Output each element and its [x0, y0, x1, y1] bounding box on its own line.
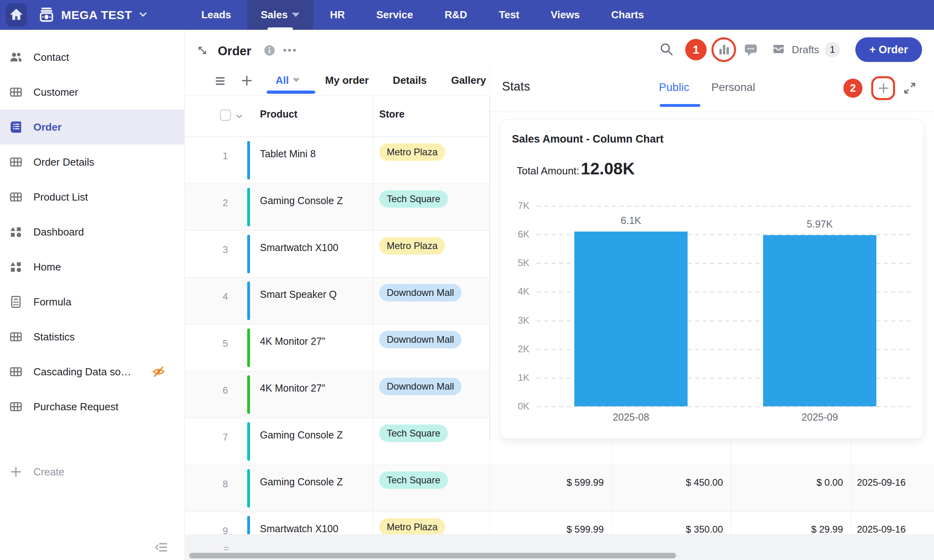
view-tab-label: Details [393, 74, 426, 87]
row-number-cell[interactable]: 5 [185, 324, 247, 371]
store-cell[interactable]: Metro Plaza [373, 137, 490, 183]
row-number-cell[interactable]: 6 [185, 371, 247, 418]
sidebar-item-contact[interactable]: Contact [0, 40, 185, 75]
row-number-cell[interactable]: 4 [185, 278, 247, 324]
row-number-cell[interactable]: 7 [185, 418, 247, 465]
table-icon [9, 365, 23, 378]
store-tag: Metro Plaza [379, 143, 445, 161]
row-number-cell[interactable]: 3 [185, 231, 247, 277]
view-tab-gallery[interactable]: Gallery [451, 68, 486, 93]
new-order-button[interactable]: + Order [855, 37, 922, 62]
store-cell[interactable]: Metro Plaza [373, 231, 490, 277]
view-list-icon[interactable] [214, 75, 227, 87]
drafts-count-badge: 1 [825, 42, 840, 57]
price-cell[interactable]: $ 599.99 [490, 465, 612, 512]
product-cell[interactable]: Gaming Console Z [247, 465, 373, 512]
row-number: 5 [185, 338, 247, 349]
sidebar-item-order-details[interactable]: Order Details [0, 145, 185, 180]
stats-panel-title: Stats [502, 79, 530, 94]
sidebar-item-product-list[interactable]: Product List [0, 180, 185, 214]
product-cell[interactable]: Gaming Console Z [247, 184, 373, 230]
top-tab-r-d[interactable]: R&D [431, 0, 481, 30]
header-product-column[interactable]: Product [247, 96, 373, 137]
row-number: 1 [185, 151, 247, 162]
row-number-cell[interactable]: 8 [185, 465, 247, 512]
top-tab-test[interactable]: Test [485, 0, 533, 30]
add-chart-icon[interactable] [877, 81, 890, 95]
view-tab-all[interactable]: All [275, 68, 300, 93]
date-value: 2025-09-16 [857, 524, 906, 535]
sidebar-item-cascading-data-so[interactable]: Cascading Data so… [0, 354, 185, 389]
header-store-column[interactable]: Store [373, 96, 490, 137]
select-all-checkbox[interactable] [220, 110, 231, 121]
add-view-icon[interactable] [240, 74, 254, 87]
collapse-sidebar-icon[interactable] [154, 540, 169, 554]
product-cell[interactable]: Tablet Mini 8 [247, 137, 373, 183]
page-title: Order [218, 44, 251, 58]
sidebar-item-statistics[interactable]: Statistics [0, 319, 185, 354]
price-cell[interactable]: $ 0.00 [731, 465, 851, 512]
store-tag: Tech Square [379, 190, 448, 208]
bar-value-label: 5.97K [807, 218, 833, 230]
row-color-bar [247, 188, 250, 226]
top-tab-sales[interactable]: Sales [247, 0, 313, 30]
product-cell[interactable]: Smartwatch X100 [247, 231, 373, 277]
expand-panel-icon[interactable] [902, 80, 918, 96]
stats-tab-personal[interactable]: Personal [711, 81, 756, 94]
view-tab-my-order[interactable]: My order [325, 68, 369, 93]
top-tabs: LeadsSalesHRServiceR&DTestViewsCharts [0, 0, 696, 30]
comment-icon[interactable] [742, 41, 759, 58]
product-cell[interactable]: 4K Monitor 27” [247, 371, 373, 418]
top-tab-views[interactable]: Views [537, 0, 593, 30]
store-cell[interactable]: Tech Square [373, 465, 490, 512]
row-number-cell[interactable]: 2 [185, 184, 247, 230]
receipt-icon [9, 120, 23, 134]
sidebar-item-purchase-request[interactable]: Purchase Request [0, 389, 185, 424]
store-cell[interactable]: Downdown Mall [373, 371, 490, 418]
row-color-bar [247, 235, 250, 273]
sidebar-item-formula[interactable]: Formula [0, 284, 185, 319]
sidebar-item-home[interactable]: Home [0, 249, 185, 284]
sidebar-item-order[interactable]: Order [0, 110, 185, 145]
store-tag: Downdown Mall [379, 284, 461, 301]
y-axis-tick: 5K [501, 257, 529, 268]
top-tab-service[interactable]: Service [363, 0, 427, 30]
price-cell[interactable]: $ 450.00 [612, 465, 731, 512]
view-tab-details[interactable]: Details [393, 68, 426, 93]
chart-toolbar-icon[interactable] [716, 42, 732, 58]
chart-bar-2025-09[interactable] [763, 235, 876, 406]
top-tab-charts[interactable]: Charts [598, 0, 657, 30]
chart-card: Sales Amount - Column Chart Total Amount… [500, 119, 923, 439]
sidebar-create-button[interactable]: Create [0, 454, 185, 489]
search-icon[interactable] [659, 41, 674, 57]
sidebar-item-dashboard[interactable]: Dashboard [0, 214, 185, 249]
store-cell[interactable]: Downdown Mall [373, 324, 490, 371]
row-number: 2 [185, 197, 247, 209]
info-icon[interactable] [264, 45, 275, 56]
chart-bar-2025-08[interactable] [574, 232, 688, 406]
expand-diagonal-icon[interactable] [196, 44, 208, 56]
store-cell[interactable]: Tech Square [373, 418, 490, 465]
top-tab-hr[interactable]: HR [316, 0, 358, 30]
chevron-down-icon[interactable] [235, 112, 243, 120]
store-tag: Tech Square [379, 425, 448, 442]
product-cell[interactable]: Gaming Console Z [247, 418, 373, 465]
amount-value: $ 350.00 [686, 524, 723, 535]
sidebar-item-customer[interactable]: Customer [0, 75, 185, 110]
sidebar-item-label: Cascading Data so… [33, 366, 131, 378]
row-number-cell[interactable]: 1 [185, 137, 247, 183]
more-dots-icon[interactable]: ••• [283, 44, 297, 56]
horizontal-scrollbar[interactable] [189, 553, 676, 558]
annotation-circle-1: 1 [685, 39, 707, 60]
top-tab-leads[interactable]: Leads [188, 0, 244, 30]
date-cell[interactable]: 2025-09-16 [851, 465, 934, 512]
row-height-icon[interactable]: = [223, 543, 229, 554]
stats-tab-public[interactable]: Public [659, 81, 689, 94]
store-cell[interactable]: Tech Square [373, 184, 490, 230]
product-cell[interactable]: 4K Monitor 27” [247, 324, 373, 371]
product-name: Smartwatch X100 [260, 242, 338, 253]
store-cell[interactable]: Downdown Mall [373, 278, 490, 324]
row-color-bar [247, 422, 250, 461]
product-cell[interactable]: Smart Speaker Q [247, 278, 373, 324]
drafts-button[interactable]: Drafts 1 [771, 40, 840, 60]
